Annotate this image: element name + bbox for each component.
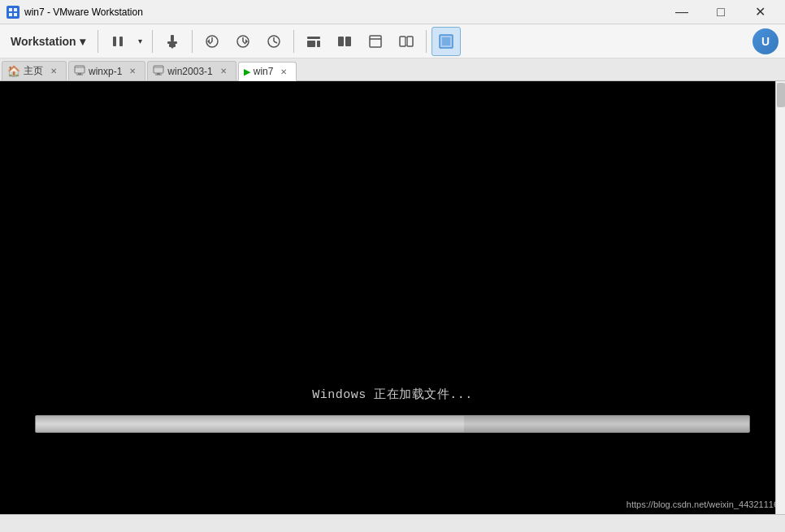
tab-home-close[interactable]: ✕ xyxy=(48,66,59,77)
view-library-button[interactable] xyxy=(330,27,359,56)
svg-rect-6 xyxy=(171,35,174,41)
workstation-menu-button[interactable]: Workstation ▾ xyxy=(3,31,93,52)
tab-winxp[interactable]: winxp-1 ✕ xyxy=(68,61,145,80)
loading-text: Windows 正在加载文件... xyxy=(312,387,473,402)
tab-win7[interactable]: ▶ win7 ✕ xyxy=(238,62,297,81)
tab-winxp-close[interactable]: ✕ xyxy=(127,66,138,77)
svg-rect-16 xyxy=(307,41,315,47)
svg-rect-17 xyxy=(317,41,320,47)
scrollbar-track[interactable] xyxy=(775,81,785,514)
svg-rect-28 xyxy=(75,66,85,73)
svg-rect-27 xyxy=(442,37,450,45)
svg-rect-32 xyxy=(154,66,163,73)
fullscreen-button[interactable] xyxy=(432,27,461,56)
tab-home-label: 主页 xyxy=(24,64,43,78)
svg-rect-2 xyxy=(9,13,12,16)
svg-rect-20 xyxy=(370,36,381,47)
pause-button[interactable] xyxy=(103,27,132,56)
svg-rect-15 xyxy=(307,37,320,39)
title-bar: win7 - VMware Workstation — □ ✕ xyxy=(0,0,785,24)
scrollbar-thumb[interactable] xyxy=(777,83,785,107)
svg-rect-1 xyxy=(14,8,17,11)
minimize-button[interactable]: — xyxy=(663,0,700,24)
tab-win2003-close[interactable]: ✕ xyxy=(218,66,229,77)
tab-win2003-icon xyxy=(153,64,164,78)
watermark: https://blog.csdn.net/weixin_44321116 xyxy=(627,500,778,509)
svg-rect-23 xyxy=(407,37,413,46)
workstation-dropdown-icon: ▾ xyxy=(80,35,85,48)
toolbar-separator-2 xyxy=(152,30,153,53)
svg-rect-5 xyxy=(119,37,123,46)
tabs-bar: 🏠 主页 ✕ winxp-1 ✕ win2003-1 ✕ xyxy=(0,58,785,81)
toolbar-separator-1 xyxy=(98,30,98,53)
app-icon xyxy=(7,6,20,19)
toolbar-separator-5 xyxy=(426,30,427,53)
avatar[interactable]: U xyxy=(752,28,778,54)
window-title: win7 - VMware Workstation xyxy=(24,6,663,18)
usb-button[interactable] xyxy=(158,27,187,56)
close-button[interactable]: ✕ xyxy=(741,0,778,24)
toolbar-separator-4 xyxy=(293,30,294,53)
svg-point-9 xyxy=(171,45,173,48)
pause-dropdown-button[interactable]: ▾ xyxy=(134,27,147,56)
view-stretch-button[interactable] xyxy=(392,27,421,56)
tab-winxp-label: winxp-1 xyxy=(89,66,122,77)
status-bar xyxy=(0,514,785,532)
tab-home[interactable]: 🏠 主页 ✕ xyxy=(2,61,67,80)
tab-winxp-icon xyxy=(74,64,85,78)
svg-rect-4 xyxy=(113,37,116,46)
tab-win2003-label: win2003-1 xyxy=(167,66,212,77)
tab-win7-icon: ▶ xyxy=(244,67,250,77)
svg-rect-0 xyxy=(9,8,12,11)
snapshot-save-button[interactable] xyxy=(228,27,258,56)
svg-line-14 xyxy=(274,41,277,43)
snapshot-prev-button[interactable] xyxy=(197,27,227,56)
loading-container: Windows 正在加载文件... xyxy=(0,387,785,433)
view-switch-button[interactable] xyxy=(299,27,328,56)
tab-win2003[interactable]: win2003-1 ✕ xyxy=(147,61,236,80)
svg-rect-7 xyxy=(167,41,177,44)
tab-win7-close[interactable]: ✕ xyxy=(278,66,289,77)
svg-rect-3 xyxy=(14,13,17,16)
svg-rect-19 xyxy=(345,37,351,46)
svg-rect-18 xyxy=(338,37,344,46)
tab-win7-label: win7 xyxy=(254,66,274,77)
vm-content-wrapper: Windows 正在加载文件... https://blog.csdn.net/… xyxy=(0,81,785,514)
maximize-button[interactable]: □ xyxy=(702,0,739,24)
svg-rect-22 xyxy=(400,37,406,46)
toolbar: Workstation ▾ ▾ xyxy=(0,24,785,58)
vm-screen[interactable]: Windows 正在加载文件... https://blog.csdn.net/… xyxy=(0,81,785,514)
toolbar-separator-3 xyxy=(192,30,193,53)
progress-bar-fill xyxy=(36,416,464,432)
tab-home-icon: 🏠 xyxy=(7,65,20,77)
workstation-label: Workstation xyxy=(11,35,76,48)
snapshot-manager-button[interactable] xyxy=(259,27,288,56)
view-fullscreen-button[interactable] xyxy=(361,27,390,56)
progress-bar-container xyxy=(35,415,750,433)
window-controls: — □ ✕ xyxy=(663,0,778,24)
pause-dropdown-icon: ▾ xyxy=(138,37,142,45)
